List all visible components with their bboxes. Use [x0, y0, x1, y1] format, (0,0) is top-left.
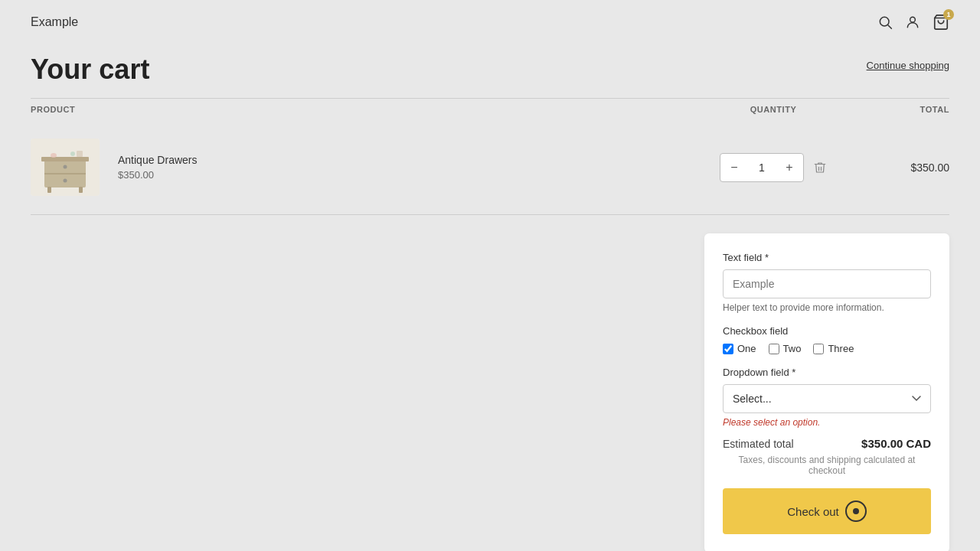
dropdown-field-label: Dropdown field * [723, 367, 931, 378]
svg-point-13 [70, 152, 75, 156]
svg-rect-11 [79, 187, 83, 193]
continue-shopping-link[interactable]: Continue shopping [867, 60, 949, 71]
brand-logo: Example [31, 15, 78, 29]
estimated-total-label: Estimated total [723, 438, 794, 450]
dropdown-select[interactable]: Select... Option 1 Option 2 Option 3 [723, 384, 931, 413]
taxes-note: Taxes, discounts and shipping calculated… [723, 455, 931, 476]
checkbox-one-input[interactable] [723, 344, 733, 354]
svg-rect-10 [47, 187, 51, 193]
cart-summary-panel: Text field * Helper text to provide more… [704, 233, 949, 551]
cart-summary-wrapper: Text field * Helper text to provide more… [31, 215, 949, 551]
page-title-row: Your cart Continue shopping [31, 38, 949, 98]
svg-point-12 [51, 153, 57, 158]
cart-item: Antique Drawers $350.00 − 1 + $350.00 [31, 120, 949, 215]
svg-point-9 [64, 179, 67, 183]
checkbox-one-label: One [737, 343, 756, 354]
account-icon [905, 15, 920, 30]
product-image [31, 139, 100, 196]
quantity-decrease-button[interactable]: − [720, 154, 748, 181]
product-price: $350.00 [118, 169, 689, 181]
col-product-header: PRODUCT [31, 105, 689, 114]
estimated-total-row: Estimated total $350.00 CAD [723, 437, 931, 450]
quantity-stepper: − 1 + [720, 153, 804, 182]
checkout-button[interactable]: Check out [723, 488, 931, 534]
page-title: Your cart [31, 54, 149, 86]
cart-button[interactable]: 1 [933, 14, 949, 31]
checkbox-one[interactable]: One [723, 343, 756, 354]
search-icon [877, 15, 893, 30]
cursor-ring-icon [845, 500, 867, 522]
svg-line-1 [888, 25, 892, 29]
svg-rect-14 [77, 151, 83, 157]
quantity-increase-button[interactable]: + [776, 154, 803, 181]
search-button[interactable] [877, 15, 893, 30]
account-button[interactable] [905, 15, 920, 30]
product-thumbnail [31, 139, 100, 196]
site-header: Example 1 [31, 0, 949, 38]
checkout-button-label: Check out [787, 505, 839, 518]
col-quantity-header: QUANTITY [689, 105, 858, 114]
text-field-input[interactable] [723, 269, 931, 298]
checkbox-group: One Two Three [723, 343, 931, 354]
product-name: Antique Drawers [118, 154, 689, 166]
checkbox-two-label: Two [783, 343, 802, 354]
dropdown-field-section: Dropdown field * Select... Option 1 Opti… [723, 367, 931, 428]
item-total: $350.00 [858, 161, 949, 174]
svg-point-2 [910, 17, 916, 22]
checkbox-three-input[interactable] [813, 344, 824, 354]
text-field-label: Text field * [723, 252, 931, 263]
checkbox-two[interactable]: Two [769, 343, 802, 354]
dropdown-error-text: Please select an option. [723, 417, 931, 428]
cart-count-badge: 1 [943, 9, 954, 20]
cart-table-header: PRODUCT QUANTITY TOTAL [31, 98, 949, 120]
header-icons: 1 [877, 14, 949, 31]
checkbox-two-input[interactable] [769, 344, 779, 354]
estimated-total-value: $350.00 CAD [861, 437, 931, 450]
col-total-header: TOTAL [858, 105, 949, 114]
trash-icon [813, 161, 827, 174]
svg-point-8 [64, 165, 67, 169]
checkbox-three[interactable]: Three [813, 343, 854, 354]
quantity-column: − 1 + [689, 153, 858, 182]
quantity-value: 1 [748, 161, 776, 174]
helper-text: Helper text to provide more information. [723, 302, 931, 313]
product-info: Antique Drawers $350.00 [100, 154, 689, 181]
svg-rect-6 [41, 157, 89, 161]
checkbox-three-label: Three [828, 343, 854, 354]
checkbox-field-label: Checkbox field [723, 325, 931, 337]
delete-item-button[interactable] [813, 161, 827, 174]
